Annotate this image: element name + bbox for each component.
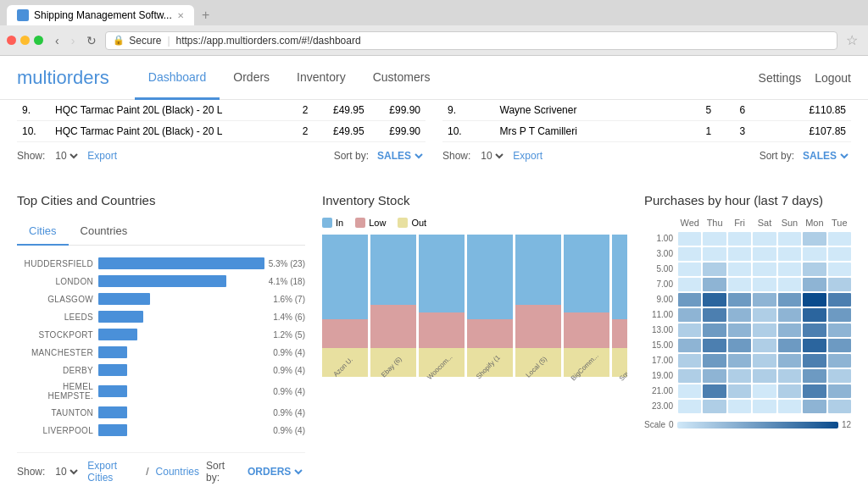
inv-seg-low [564, 312, 609, 349]
city-bar-wrap [98, 346, 269, 358]
heatmap-cell [778, 247, 801, 261]
heatmap-cell [803, 247, 826, 261]
heatmap-cell [728, 278, 751, 291]
heatmap-cell [778, 308, 801, 322]
nav-dashboard[interactable]: Dashboard [135, 57, 220, 100]
export-separator: / [146, 466, 148, 478]
heatmap-cell [753, 400, 776, 413]
cities-show-select[interactable]: 10 [52, 465, 81, 478]
settings-button[interactable]: Settings [759, 71, 802, 85]
products-table-footer: Show: 10 Export Sort by: SALES [17, 142, 426, 169]
tab-cities[interactable]: Cities [17, 218, 69, 246]
logout-button[interactable]: Logout [815, 71, 851, 85]
city-bar [98, 311, 143, 323]
rank-cell: 10. [442, 121, 495, 142]
tab-countries[interactable]: Countries [69, 218, 140, 246]
list-item: HUDDERSFIELD 5.3% (23) [17, 257, 305, 269]
table-row: 9.Wayne Scrivener56£110.85 [442, 100, 851, 121]
inv-seg-in [515, 235, 561, 305]
products-sort-label: Sort by: [334, 150, 369, 162]
heatmap-cell [753, 232, 776, 246]
heatmap-hour-label: 7.00 [644, 278, 676, 291]
heatmap-cell [728, 384, 751, 398]
heatmap-cell [703, 384, 726, 398]
customers-show-select[interactable]: 10 [477, 149, 506, 163]
heatmap-hour-label: 15.00 [644, 339, 676, 352]
inv-seg-in [322, 235, 368, 319]
table-row: 10.Mrs P T Camilleri13£107.85 [442, 121, 851, 142]
legend-in: In [322, 218, 343, 228]
list-item: DERBY 0.9% (4) [17, 364, 305, 376]
heatmap-cell [728, 339, 751, 352]
heatmap-cell [803, 278, 826, 291]
rank-cell: 10. [17, 121, 50, 142]
list-item: LEEDS 1.4% (6) [17, 311, 305, 323]
export-countries-link[interactable]: Countries [156, 466, 199, 478]
heatmap-cell [678, 278, 701, 291]
nav-orders[interactable]: Orders [220, 57, 283, 100]
city-name: MANCHESTER [17, 348, 93, 357]
heatmap-cell [678, 247, 701, 261]
c2-cell: 3 [716, 121, 750, 142]
heatmap-cell [753, 247, 776, 261]
browser-tab[interactable]: Shipping Management Softw... ✕ [7, 5, 194, 25]
browser-chrome: Shipping Management Softw... ✕ + ‹ › ↻ 🔒… [0, 0, 868, 56]
tab-close-icon[interactable]: ✕ [177, 11, 184, 20]
price-cell: £49.95 [313, 121, 369, 142]
heatmap-cell [828, 247, 851, 261]
url-separator: | [167, 35, 170, 47]
products-export-link[interactable]: Export [87, 150, 117, 162]
list-item: MANCHESTER 0.9% (4) [17, 346, 305, 358]
products-show-select[interactable]: 10 [52, 149, 81, 163]
products-sort-select[interactable]: SALES [374, 149, 426, 163]
customers-sort-select[interactable]: SALES [799, 149, 851, 163]
nav-inventory[interactable]: Inventory [283, 57, 359, 100]
close-window-button[interactable] [7, 36, 16, 45]
products-table: 9.HQC Tarmac Paint 20L (Black) - 20 L2£4… [17, 100, 426, 142]
heatmap-cell [753, 278, 776, 291]
bookmark-button[interactable]: ☆ [843, 30, 861, 50]
address-bar[interactable]: 🔒 Secure | https://app.multiorders.com/#… [105, 31, 837, 50]
city-percentage: 0.9% (4) [273, 348, 305, 357]
heatmap-cell [803, 384, 826, 398]
cities-sort-select[interactable]: ORDERS [244, 465, 305, 478]
legend-low-label: Low [369, 218, 386, 228]
export-cities-link[interactable]: Export Cities [87, 460, 139, 484]
customers-export-link[interactable]: Export [513, 150, 542, 162]
city-name: LONDON [17, 277, 93, 286]
heatmap-section-title: Purchases by hour (last 7 days) [644, 186, 851, 207]
table-row: 9.HQC Tarmac Paint 20L (Black) - 20 L2£4… [17, 100, 426, 121]
total-cell: £99.90 [370, 100, 426, 121]
inv-bar-stack [612, 235, 627, 377]
back-button[interactable]: ‹ [52, 32, 63, 49]
city-bar-wrap [98, 406, 269, 418]
heatmap-cell [828, 278, 851, 291]
list-item: LIVERPOOL 0.9% (4) [17, 424, 305, 436]
new-tab-button[interactable]: + [198, 7, 214, 24]
c2-cell: 6 [716, 100, 750, 121]
rank-cell: 9. [442, 100, 495, 121]
url-protocol: Secure [129, 35, 161, 47]
name-cell: HQC Tarmac Paint 20L (Black) - 20 L [50, 100, 292, 121]
heatmap-cell [778, 339, 801, 352]
logo: multiorders [17, 67, 109, 89]
heatmap-hour-label: 3.00 [644, 247, 676, 261]
scale-title: Scale [644, 420, 665, 429]
minimize-window-button[interactable] [20, 36, 30, 45]
forward-button[interactable]: › [68, 32, 79, 49]
browser-tab-bar: Shipping Management Softw... ✕ + [0, 0, 868, 25]
inventory-section: Inventory Stock In Low Out [322, 186, 627, 484]
maximize-window-button[interactable] [34, 36, 43, 45]
heatmap-cell [803, 232, 826, 246]
name-cell: Mrs P T Camilleri [495, 121, 683, 142]
city-bar-wrap [98, 257, 264, 269]
city-bar-wrap [98, 275, 264, 287]
refresh-button[interactable]: ↻ [83, 32, 100, 49]
qty-cell: 2 [292, 121, 313, 142]
heatmap-cell [678, 263, 701, 276]
heatmap-cell [803, 400, 826, 413]
heatmap-day-header: Mon [803, 218, 826, 230]
inv-seg-in [419, 235, 465, 312]
nav-customers[interactable]: Customers [359, 57, 444, 100]
cities-tabs: Cities Countries [17, 218, 305, 246]
